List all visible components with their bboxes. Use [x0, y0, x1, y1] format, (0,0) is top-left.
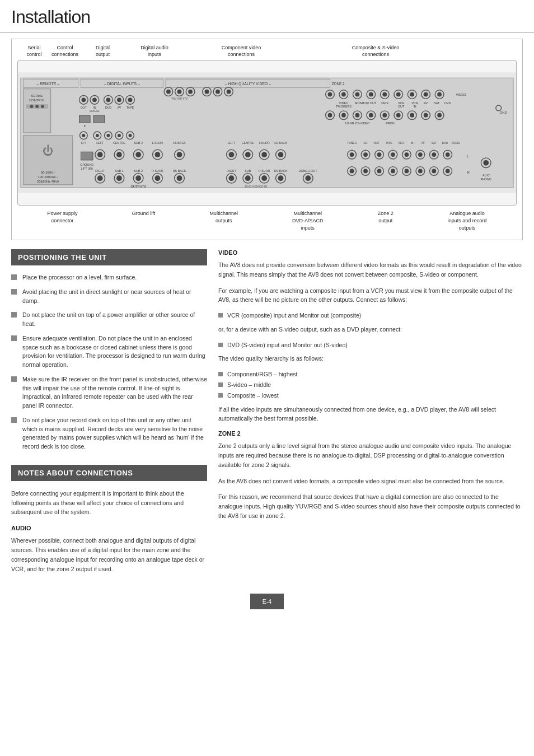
svg-text:AV: AV [424, 102, 428, 105]
svg-text:1/RGB 2/S-VIDEO: 1/RGB 2/S-VIDEO [345, 122, 369, 125]
svg-text:50&60Hz 40VA: 50&60Hz 40VA [37, 180, 59, 183]
svg-text:– REMOTE –: – REMOTE – [36, 82, 59, 86]
svg-text:SUB: SUB [245, 170, 251, 173]
svg-point-40 [82, 134, 85, 137]
bullet-icon-3 [11, 312, 17, 318]
svg-text:OUTPUTS: OUTPUTS [130, 185, 146, 188]
svg-point-45 [106, 134, 110, 137]
svg-point-223 [483, 160, 489, 166]
svg-text:TUNER: TUNER [347, 142, 357, 144]
svg-point-62 [227, 90, 231, 94]
svg-point-28 [106, 98, 110, 102]
video-body4: The video quality hierarchy is as follow… [218, 354, 523, 363]
svg-point-24 [92, 98, 97, 102]
svg-point-122 [116, 152, 122, 158]
svg-text:CENTRE: CENTRE [242, 141, 254, 144]
svg-text:GROUND: GROUND [80, 163, 93, 166]
label-power-supply: Power supplyconnector [48, 210, 78, 231]
svg-text:AUX/: AUX/ [483, 174, 490, 178]
svg-point-55 [188, 90, 193, 94]
svg-text:DVD: DVD [442, 142, 448, 144]
svg-point-97 [341, 113, 346, 118]
audio-body: Wherever possible, connect both analogue… [11, 536, 207, 573]
video-bullet-icon-2 [218, 343, 223, 347]
svg-point-73 [382, 92, 387, 97]
svg-text:OUT: OUT [373, 142, 379, 144]
svg-text:AV: AV [118, 106, 121, 109]
svg-text:R: R [467, 171, 470, 175]
svg-text:SUB 2: SUB 2 [134, 170, 143, 173]
svg-text:L SURR: L SURR [259, 141, 270, 144]
video-bullet-icon-1 [218, 313, 223, 318]
svg-point-51 [166, 90, 171, 94]
svg-point-81 [437, 92, 442, 97]
svg-text:SAT: SAT [432, 142, 437, 144]
svg-text:ZONE 2 OUT: ZONE 2 OUT [299, 170, 317, 173]
video-bullet-1: VCR (composite) input and Monitor out (c… [218, 311, 523, 320]
svg-text:TAPE: TAPE [127, 106, 134, 109]
svg-text:– HIGH QUALITY VIDEO –: – HIGH QUALITY VIDEO – [224, 82, 271, 86]
svg-point-14 [41, 105, 44, 108]
svg-point-212 [404, 169, 409, 174]
svg-text:R SURR: R SURR [259, 170, 270, 173]
svg-text:TAPE: TAPE [386, 142, 393, 144]
svg-point-166 [229, 176, 235, 181]
svg-text:VIDEO: VIDEO [456, 94, 466, 97]
video-body2: For example, if you are watching a compo… [218, 286, 523, 305]
positioning-item-5: Make sure the IR receiver on the front p… [11, 375, 207, 410]
label-digital-audio: Digital audioinputs [129, 45, 180, 58]
svg-point-191 [377, 153, 382, 157]
svg-rect-129 [81, 152, 93, 161]
svg-text:TAPE: TAPE [381, 102, 388, 105]
positioning-item-6: Do not place your record deck on top of … [11, 416, 207, 451]
svg-point-189 [363, 153, 368, 157]
svg-point-170 [261, 176, 267, 181]
svg-point-204 [350, 169, 354, 174]
svg-point-128 [177, 152, 182, 158]
svg-point-49 [129, 134, 132, 137]
svg-point-193 [391, 153, 395, 157]
svg-point-145 [155, 176, 161, 181]
svg-text:CENTRE: CENTRE [113, 141, 125, 144]
svg-text:OUT: OUT [398, 105, 405, 108]
svg-point-175 [305, 176, 311, 181]
svg-text:IN: IN [413, 105, 416, 108]
svg-point-195 [404, 153, 409, 157]
svg-point-111 [437, 113, 442, 118]
svg-text:LS BACK: LS BACK [173, 141, 186, 144]
zone2-body1: Zone 2 outputs only a line level signal … [218, 441, 523, 469]
zone2-body3: For this reason, we recommend that sourc… [218, 492, 523, 520]
svg-point-206 [363, 169, 368, 174]
svg-point-143 [135, 176, 141, 181]
video-body5: If all the video inputs are simultaneous… [218, 405, 523, 424]
svg-point-153 [229, 152, 235, 158]
hierarchy-bullet-1 [218, 372, 223, 376]
svg-point-67 [341, 92, 346, 97]
positioning-item-1: Place the processor on a level, firm sur… [11, 273, 207, 282]
notes-section: NOTES ABOUT CONNECTIONS Before connectin… [11, 465, 207, 574]
bullet-icon-4 [11, 335, 17, 341]
svg-point-47 [118, 134, 121, 137]
svg-text:100-240VAC~: 100-240VAC~ [38, 176, 59, 179]
svg-point-216 [432, 169, 436, 174]
svg-text:RS BACK: RS BACK [274, 170, 288, 173]
svg-text:R SURR: R SURR [152, 170, 163, 173]
svg-text:– DIGITAL INPUTS –: – DIGITAL INPUTS – [104, 82, 140, 86]
svg-point-168 [245, 176, 251, 181]
svg-text:▼: ▼ [83, 125, 86, 128]
svg-text:PROG: PROG [386, 122, 395, 125]
svg-point-139 [97, 176, 103, 181]
svg-text:AUDIO: AUDIO [452, 142, 461, 144]
positioning-list: Place the processor on a level, firm sur… [11, 273, 207, 451]
svg-text:L: L [467, 154, 469, 158]
svg-text:LEFT: LEFT [96, 141, 104, 144]
svg-point-95 [328, 113, 332, 118]
svg-point-34 [128, 98, 133, 102]
page-footer-area: E-4 [0, 594, 534, 609]
label-composite-svideo: Composite & S-videoconnections [320, 45, 432, 58]
notes-intro: Before connecting your equipment it is i… [11, 489, 207, 517]
svg-point-75 [396, 92, 401, 97]
svg-point-126 [155, 152, 161, 158]
svg-point-65 [328, 92, 332, 97]
label-control-connections: Controlconnections [48, 45, 82, 58]
